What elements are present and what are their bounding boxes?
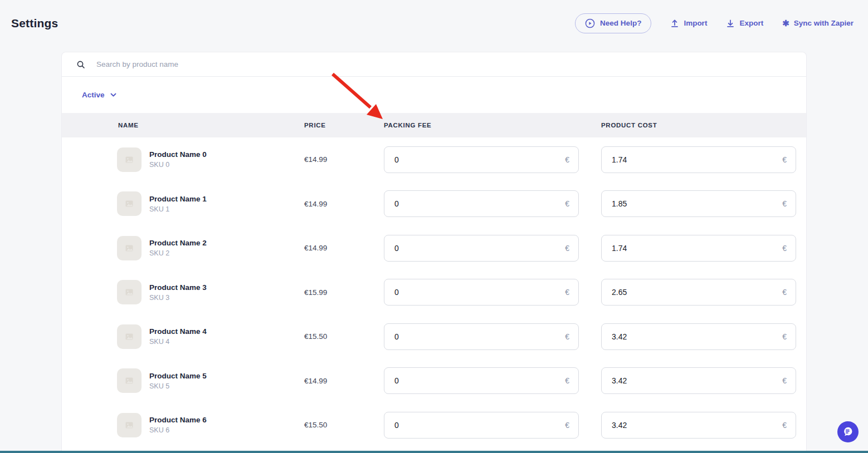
packing-fee-cell: € — [384, 146, 601, 173]
download-icon — [726, 19, 735, 28]
euro-symbol: € — [565, 421, 569, 430]
euro-symbol: € — [782, 376, 787, 385]
product-cell: Product Name 4 SKU 4 — [62, 324, 304, 349]
euro-symbol: € — [565, 199, 569, 208]
product-cost-cell: € — [601, 323, 807, 350]
product-name: Product Name 3 — [149, 283, 207, 292]
product-cell: Product Name 5 SKU 5 — [62, 368, 304, 393]
product-cost-input[interactable] — [612, 244, 778, 253]
packing-fee-cell: € — [384, 323, 601, 350]
product-name-block: Product Name 2 SKU 2 — [149, 239, 207, 257]
product-name-block: Product Name 1 SKU 1 — [149, 195, 207, 213]
product-cost-field: € — [601, 412, 796, 439]
packing-fee-field: € — [384, 323, 579, 350]
product-cost-cell: € — [601, 412, 807, 439]
euro-symbol: € — [565, 155, 569, 164]
import-button[interactable]: Import — [670, 19, 707, 28]
product-cost-cell: € — [601, 146, 807, 173]
table-row: Product Name 2 SKU 2 €14.99 € € — [62, 226, 806, 270]
product-sku: SKU 2 — [149, 249, 207, 257]
packing-fee-input[interactable] — [394, 376, 560, 385]
table-row: Product Name 3 SKU 3 €15.99 € € — [62, 270, 806, 315]
product-price: €14.99 — [304, 244, 384, 252]
product-name-block: Product Name 5 SKU 5 — [149, 372, 207, 390]
chevron-down-icon — [110, 91, 117, 99]
packing-fee-input[interactable] — [394, 244, 560, 253]
product-cost-field: € — [601, 279, 796, 306]
table-row: Product Name 1 SKU 1 €14.99 € € — [62, 182, 806, 226]
product-cost-input[interactable] — [612, 155, 778, 164]
page-title: Settings — [11, 17, 58, 30]
filter-row: Active — [62, 77, 806, 113]
packing-fee-input[interactable] — [394, 421, 560, 430]
product-thumbnail — [117, 236, 142, 260]
product-cell: Product Name 0 SKU 0 — [62, 147, 304, 172]
need-help-button[interactable]: Need Help? — [575, 13, 651, 33]
product-cost-input[interactable] — [612, 421, 778, 430]
product-cost-field: € — [601, 323, 796, 350]
product-sku: SKU 0 — [149, 161, 207, 169]
chat-bubble-icon — [842, 426, 854, 438]
table-body: Product Name 0 SKU 0 €14.99 € € — [62, 137, 806, 447]
column-header-name: NAME — [62, 122, 304, 129]
product-name: Product Name 1 — [149, 195, 207, 203]
image-placeholder-icon — [125, 288, 134, 297]
page-header: Settings Need Help? Import — [0, 0, 868, 46]
column-header-product-cost: PRODUCT COST — [601, 122, 807, 129]
upload-icon — [670, 19, 679, 28]
packing-fee-input[interactable] — [394, 199, 560, 208]
column-header-price: PRICE — [304, 122, 384, 129]
product-price: €15.50 — [304, 332, 384, 341]
product-cost-input[interactable] — [612, 332, 778, 341]
product-cell: Product Name 2 SKU 2 — [62, 236, 304, 260]
euro-symbol: € — [782, 155, 787, 164]
table-row: Product Name 0 SKU 0 €14.99 € € — [62, 137, 806, 182]
product-price: €14.99 — [304, 377, 384, 385]
sync-with-zapier-button[interactable]: ✱ Sync with Zapier — [782, 19, 854, 27]
image-placeholder-icon — [125, 155, 134, 164]
product-cell: Product Name 1 SKU 1 — [62, 191, 304, 216]
product-sku: SKU 6 — [149, 426, 207, 434]
packing-fee-input[interactable] — [394, 332, 560, 341]
table-row: Product Name 5 SKU 5 €14.99 € € — [62, 359, 806, 403]
packing-fee-field: € — [384, 412, 579, 439]
image-placeholder-icon — [125, 421, 134, 430]
euro-symbol: € — [782, 288, 787, 297]
zapier-icon: ✱ — [782, 19, 789, 27]
product-price: €15.99 — [304, 288, 384, 297]
euro-symbol: € — [782, 332, 787, 341]
euro-symbol: € — [565, 376, 569, 385]
packing-fee-field: € — [384, 190, 579, 217]
packing-fee-cell: € — [384, 279, 601, 306]
search-bar — [62, 52, 806, 77]
table-row: Product Name 6 SKU 6 €15.50 € € — [62, 403, 806, 447]
packing-fee-input[interactable] — [394, 155, 560, 164]
product-cell: Product Name 6 SKU 6 — [62, 413, 304, 437]
product-cost-cell: € — [601, 279, 807, 306]
product-cost-field: € — [601, 190, 796, 217]
product-name-block: Product Name 6 SKU 6 — [149, 416, 207, 434]
product-price: €14.99 — [304, 200, 384, 208]
header-actions: Need Help? Import Export ✱ Sync with Zap… — [575, 13, 854, 33]
export-button[interactable]: Export — [726, 19, 763, 28]
status-filter-dropdown[interactable]: Active — [82, 91, 117, 99]
product-cost-field: € — [601, 146, 796, 173]
product-name: Product Name 5 — [149, 372, 207, 380]
packing-fee-input[interactable] — [394, 288, 560, 297]
chat-widget-button[interactable] — [837, 421, 859, 442]
import-label: Import — [684, 19, 707, 27]
product-name-block: Product Name 4 SKU 4 — [149, 327, 207, 346]
euro-symbol: € — [782, 421, 787, 430]
image-placeholder-icon — [125, 199, 134, 208]
product-thumbnail — [117, 324, 142, 349]
packing-fee-cell: € — [384, 190, 601, 217]
product-cost-input[interactable] — [612, 376, 778, 385]
product-sku: SKU 4 — [149, 338, 207, 346]
image-placeholder-icon — [125, 244, 134, 253]
search-input[interactable] — [96, 60, 796, 68]
packing-fee-field: € — [384, 367, 579, 394]
product-cost-input[interactable] — [612, 288, 778, 297]
product-thumbnail — [117, 191, 142, 216]
product-cost-input[interactable] — [612, 199, 778, 208]
table-row: Product Name 4 SKU 4 €15.50 € € — [62, 314, 806, 359]
